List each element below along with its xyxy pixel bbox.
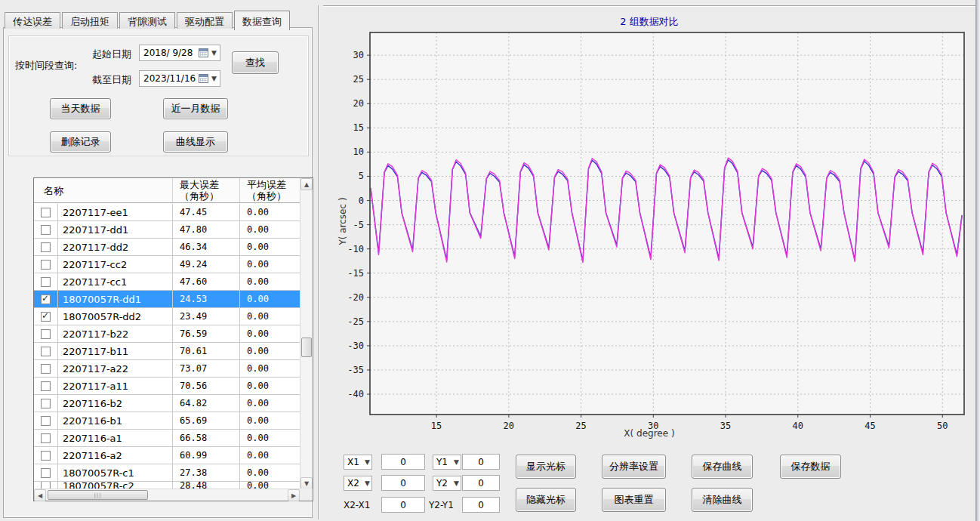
chevron-down-icon[interactable]: ▼ <box>363 458 371 466</box>
row-avg-error-cell: 0.00 <box>240 343 300 359</box>
scroll-right-arrow-icon[interactable]: ▶ <box>288 489 300 501</box>
checkbox-icon[interactable] <box>41 468 51 478</box>
checkbox-icon[interactable] <box>41 364 51 374</box>
table-row[interactable]: 2207117-a1170.560.00 <box>34 378 300 395</box>
scrollbar-corner <box>300 489 313 501</box>
checkbox-icon[interactable] <box>41 208 51 217</box>
y2-value-input[interactable] <box>462 475 500 491</box>
checkbox-icon[interactable] <box>41 347 51 356</box>
scroll-up-arrow-icon[interactable]: ▲ <box>300 178 313 190</box>
table-row[interactable]: 2207117-dd246.340.00 <box>34 239 300 256</box>
save-curve-button[interactable]: 保存曲线 <box>692 455 753 479</box>
tab-5[interactable]: 数据查询 <box>234 11 290 30</box>
table-row[interactable]: 2207116-b165.690.00 <box>34 412 300 430</box>
table-row[interactable]: 18070057R-c127.380.00 <box>34 464 300 482</box>
search-button[interactable]: 查找 <box>232 51 279 74</box>
column-header-name[interactable]: 名称 <box>34 178 173 202</box>
checkbox-icon[interactable] <box>41 329 51 339</box>
start-date-picker[interactable]: 2018/ 9/28 ▼ <box>139 45 220 61</box>
y-tick-label: -20 <box>347 292 364 303</box>
column-header-avg-error[interactable]: 平均误差（角秒） <box>240 178 300 202</box>
x2-cursor-select[interactable]: X2▼ <box>344 476 372 491</box>
y-diff-label: Y2-Y1 <box>429 500 454 510</box>
y1-value-input[interactable] <box>462 454 500 470</box>
row-avg-error-cell: 0.00 <box>240 430 300 446</box>
checkbox-icon[interactable] <box>41 416 51 426</box>
table-row[interactable]: 2207117-dd147.800.00 <box>34 221 300 239</box>
delete-record-button[interactable]: 删除记录 <box>50 131 111 153</box>
table-row[interactable]: 18070057R-dd223.490.00 <box>34 308 300 325</box>
row-checkbox-cell <box>34 430 58 446</box>
table-row[interactable]: 2207117-a2273.070.00 <box>34 360 300 378</box>
vertical-scroll-thumb[interactable] <box>301 338 312 357</box>
last-month-data-button[interactable]: 近一月数据 <box>163 98 228 119</box>
chevron-down-icon[interactable]: ▼ <box>210 75 218 82</box>
checkbox-checked-icon[interactable] <box>41 294 51 304</box>
checkbox-icon[interactable] <box>41 451 51 461</box>
horizontal-scroll-thumb[interactable]: ||| <box>48 490 148 500</box>
tab-1[interactable]: 传达误差 <box>5 12 60 29</box>
column-header-max-error[interactable]: 最大误差（角秒） <box>173 178 240 202</box>
checkbox-icon[interactable] <box>41 242 51 252</box>
scroll-left-arrow-icon[interactable]: ◀ <box>34 489 46 501</box>
y-tick-label: -30 <box>347 341 364 351</box>
row-name-cell: 2207117-ee1 <box>58 204 173 220</box>
y2-cursor-select[interactable]: Y2▼ <box>433 476 461 491</box>
checkbox-icon[interactable] <box>41 381 51 391</box>
chevron-down-icon[interactable]: ▼ <box>210 49 218 57</box>
resolution-settings-button[interactable]: 分辨率设置 <box>602 455 666 479</box>
x-diff-input[interactable] <box>381 497 425 513</box>
end-date-label: 截至日期 <box>92 73 131 87</box>
row-avg-error-cell: 0.00 <box>240 308 300 325</box>
table-row[interactable]: 2207117-ee147.450.00 <box>34 204 300 221</box>
table-row[interactable]: 2207117-cc147.600.00 <box>34 273 300 291</box>
table-row[interactable]: 2207117-b2276.590.00 <box>34 325 300 343</box>
horizontal-scrollbar[interactable]: ◀ ||| ▶ <box>34 489 300 501</box>
x2-value-input[interactable] <box>381 475 425 491</box>
y-diff-input[interactable] <box>462 497 500 513</box>
today-data-button[interactable]: 当天数据 <box>50 98 111 119</box>
checkbox-icon[interactable] <box>41 433 51 443</box>
row-name-cell: 2207117-a11 <box>58 378 173 394</box>
x1-value-input[interactable] <box>381 454 425 470</box>
row-max-error-cell: 47.80 <box>173 221 240 238</box>
x1-cursor-select[interactable]: X1▼ <box>344 455 372 470</box>
end-date-picker[interactable]: 2023/11/16 ▼ <box>139 70 220 87</box>
checkbox-icon[interactable] <box>41 399 51 408</box>
checkbox-icon[interactable] <box>41 260 51 270</box>
checkbox-checked-icon[interactable] <box>41 312 51 322</box>
checkbox-icon[interactable] <box>41 225 51 235</box>
row-name-cell: 2207117-a22 <box>58 360 173 377</box>
y1-cursor-select[interactable]: Y1▼ <box>433 455 461 470</box>
query-section-label: 按时间段查询: <box>15 59 77 72</box>
chevron-down-icon[interactable]: ▼ <box>363 479 371 487</box>
table-row[interactable]: 2207117-cc249.240.00 <box>34 256 300 273</box>
curve-display-button[interactable]: 曲线显示 <box>163 131 228 153</box>
tab-3[interactable]: 背隙测试 <box>119 12 175 29</box>
row-avg-error-cell: 0.00 <box>240 464 300 481</box>
chart-plot[interactable]: 302520151050-5-10-15-20-25-30-35-4015202… <box>325 9 974 445</box>
table-row[interactable]: 2207116-a166.580.00 <box>34 430 300 447</box>
tab-4[interactable]: 驱动配置 <box>177 12 233 29</box>
chart-reset-button[interactable]: 图表重置 <box>602 488 666 512</box>
scroll-down-arrow-icon[interactable]: ▼ <box>300 477 313 489</box>
hide-cursor-button[interactable]: 隐藏光标 <box>516 488 576 512</box>
save-data-button[interactable]: 保存数据 <box>780 455 841 479</box>
row-avg-error-cell: 0.00 <box>240 291 300 307</box>
chevron-down-icon[interactable]: ▼ <box>452 479 461 487</box>
row-name-cell: 2207117-cc1 <box>58 273 173 290</box>
clear-curve-button[interactable]: 清除曲线 <box>692 488 753 512</box>
checkbox-icon[interactable] <box>41 277 51 287</box>
table-row[interactable]: 2207116-b264.820.00 <box>34 395 300 412</box>
row-checkbox-cell <box>34 378 58 394</box>
table-row[interactable]: 18070057R-dd124.530.00 <box>34 291 300 308</box>
show-cursor-button[interactable]: 显示光标 <box>516 455 576 479</box>
row-checkbox-cell <box>34 395 58 412</box>
chevron-down-icon[interactable]: ▼ <box>452 458 461 466</box>
table-row[interactable]: 2207117-b1170.610.00 <box>34 343 300 360</box>
tab-2[interactable]: 启动扭矩 <box>62 12 118 29</box>
row-name-cell: 2207116-b2 <box>58 395 173 412</box>
y-tick-label: 20 <box>353 98 364 109</box>
table-row[interactable]: 2207116-a260.990.00 <box>34 447 300 464</box>
vertical-scrollbar[interactable]: ▲ ▼ <box>300 178 313 489</box>
